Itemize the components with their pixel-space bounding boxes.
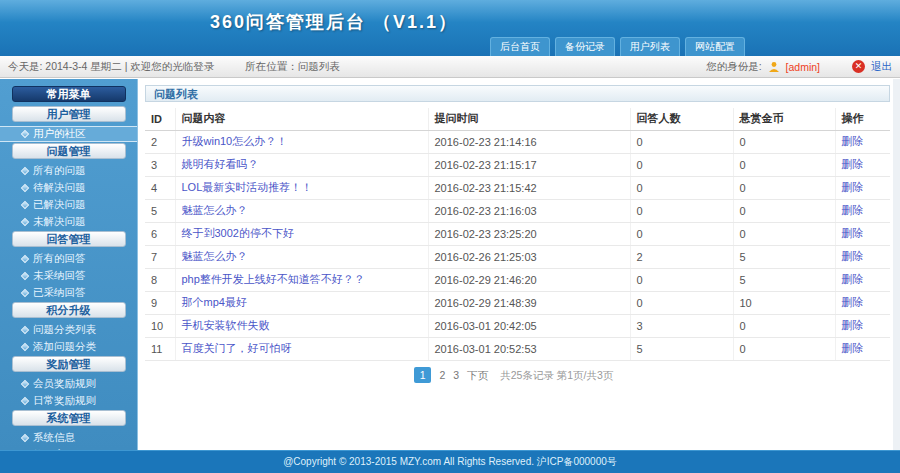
question-link[interactable]: 终于到3002的停不下好: [182, 227, 294, 239]
sidebar-section-button[interactable]: 回答管理: [12, 231, 126, 247]
delete-link[interactable]: 删除: [842, 158, 864, 170]
copyright-text: @Copyright © 2013-2015 MZY.com All Right…: [283, 456, 617, 467]
sidebar-item-label: 所有的问题: [33, 164, 86, 178]
row-coins: 0: [733, 153, 835, 176]
nav-tabs: 后台首页备份记录用户列表网站配置: [490, 37, 745, 56]
sidebar-item[interactable]: 所有的问题: [0, 163, 137, 179]
logout-link[interactable]: 退出: [871, 60, 892, 74]
delete-link[interactable]: 删除: [842, 273, 864, 285]
row-content-cell: 升级win10怎么办？！: [175, 130, 428, 153]
row-content-cell: 那个mp4最好: [175, 291, 428, 314]
sidebar-section-button[interactable]: 常用菜单: [12, 86, 126, 102]
row-id: 10: [145, 314, 175, 337]
row-action-cell: 删除: [835, 268, 890, 291]
question-link[interactable]: 魅蓝怎么办？: [182, 250, 248, 262]
date-text: 今天是: 2014-3-4 星期二 | 欢迎您的光临登录: [8, 60, 214, 72]
logout-icon[interactable]: ✕: [852, 60, 865, 73]
sidebar-item[interactable]: 未解决问题: [0, 214, 137, 230]
question-link[interactable]: php整件开发上线好不知道答不好？？: [182, 273, 365, 285]
sidebar-section-button[interactable]: 积分升级: [12, 302, 126, 318]
page-number[interactable]: 1: [414, 367, 432, 383]
username[interactable]: [admin]: [786, 61, 820, 73]
bullet-icon: [21, 397, 29, 405]
row-coins: 0: [733, 176, 835, 199]
sidebar-item[interactable]: 系统信息: [0, 430, 137, 446]
info-bar-right: 您的身份是: [admin] ✕ 退出: [706, 56, 892, 77]
sidebar-item[interactable]: 日常奖励规则: [0, 393, 137, 409]
identity-label: 您的身份是:: [706, 60, 761, 74]
delete-link[interactable]: 删除: [842, 227, 864, 239]
row-content-cell: 手机安装软件失败: [175, 314, 428, 337]
sidebar-section-button[interactable]: 奖励管理: [12, 356, 126, 372]
sidebar-section-button[interactable]: 问题管理: [12, 143, 126, 159]
nav-tab[interactable]: 用户列表: [620, 37, 680, 56]
info-bar-left: 今天是: 2014-3-4 星期二 | 欢迎您的光临登录 所在位置：问题列表: [8, 56, 340, 77]
question-link[interactable]: 升级win10怎么办？！: [182, 135, 288, 147]
sidebar-item[interactable]: 已采纳回答: [0, 285, 137, 301]
row-action-cell: 删除: [835, 222, 890, 245]
row-action-cell: 删除: [835, 153, 890, 176]
pagination: 123下页共25条记录 第1页/共3页: [139, 367, 884, 383]
nav-tab[interactable]: 后台首页: [490, 37, 550, 56]
user-icon: [768, 61, 780, 73]
sidebar-item[interactable]: 用户的社区: [0, 126, 137, 142]
table-header-cell: 操作: [835, 108, 890, 130]
sidebar-item[interactable]: 待解决问题: [0, 180, 137, 196]
nav-tab[interactable]: 网站配置: [685, 37, 745, 56]
table-row: 2升级win10怎么办？！2016-02-23 21:14:1600删除: [145, 130, 890, 153]
row-content-cell: php整件开发上线好不知道答不好？？: [175, 268, 428, 291]
bullet-icon: [21, 380, 29, 388]
page-number[interactable]: 2: [439, 369, 445, 381]
bullet-icon: [21, 326, 29, 334]
sidebar-item-label: 已采纳回答: [33, 286, 86, 300]
row-coins: 10: [733, 291, 835, 314]
delete-link[interactable]: 删除: [842, 342, 864, 354]
page-number[interactable]: 3: [453, 369, 459, 381]
sidebar-item[interactable]: 添加问题分类: [0, 339, 137, 355]
question-link[interactable]: LOL最新实时活动推荐！！: [182, 181, 313, 193]
footer: @Copyright © 2013-2015 MZY.com All Right…: [0, 450, 900, 473]
delete-link[interactable]: 删除: [842, 181, 864, 193]
table-row: 7魅蓝怎么办？2016-02-26 21:25:0325删除: [145, 245, 890, 268]
sidebar-section-button[interactable]: 用户管理: [12, 106, 126, 122]
scrollbar-track[interactable]: [893, 79, 900, 450]
sidebar-item-label: 所有的回答: [33, 252, 86, 266]
delete-link[interactable]: 删除: [842, 204, 864, 216]
row-action-cell: 删除: [835, 314, 890, 337]
sidebar-item[interactable]: 所有的回答: [0, 251, 137, 267]
delete-link[interactable]: 删除: [842, 135, 864, 147]
sidebar-item[interactable]: 未采纳回答: [0, 268, 137, 284]
row-answer-count: 0: [630, 130, 733, 153]
row-answer-count: 5: [630, 337, 733, 360]
sidebar-item[interactable]: 已解决问题: [0, 197, 137, 213]
row-action-cell: 删除: [835, 245, 890, 268]
table-header-cell: 问题内容: [175, 108, 428, 130]
nav-tab[interactable]: 备份记录: [555, 37, 615, 56]
question-link[interactable]: 姚明有好看吗？: [182, 158, 259, 170]
delete-link[interactable]: 删除: [842, 250, 864, 262]
bullet-icon: [21, 343, 29, 351]
question-link[interactable]: 手机安装软件失败: [182, 319, 270, 331]
question-link[interactable]: 那个mp4最好: [182, 296, 247, 308]
table-header-cell: ID: [145, 108, 175, 130]
main-content: 问题列表 ID问题内容提问时间回答人数悬赏金币操作 2升级win10怎么办？！2…: [139, 79, 900, 450]
bullet-icon: [21, 289, 29, 297]
row-time: 2016-02-23 23:25:20: [428, 222, 630, 245]
sidebar-item[interactable]: 问题分类列表: [0, 322, 137, 338]
question-link[interactable]: 魅蓝怎么办？: [182, 204, 248, 216]
delete-link[interactable]: 删除: [842, 296, 864, 308]
row-answer-count: 0: [630, 199, 733, 222]
table-header-cell: 悬赏金币: [733, 108, 835, 130]
question-table: ID问题内容提问时间回答人数悬赏金币操作 2升级win10怎么办？！2016-0…: [145, 108, 890, 361]
page-title: 360问答管理后台 （V1.1）: [210, 10, 458, 34]
row-id: 5: [145, 199, 175, 222]
delete-link[interactable]: 删除: [842, 319, 864, 331]
sidebar-section-button[interactable]: 系统管理: [12, 410, 126, 426]
next-page-link[interactable]: 下页: [467, 369, 488, 383]
sidebar-item-label: 系统信息: [33, 431, 75, 445]
question-link[interactable]: 百度关门了，好可怕呀: [182, 342, 292, 354]
sidebar-item[interactable]: 会员奖励规则: [0, 376, 137, 392]
row-coins: 0: [733, 130, 835, 153]
row-time: 2016-02-26 21:25:03: [428, 245, 630, 268]
row-action-cell: 删除: [835, 130, 890, 153]
